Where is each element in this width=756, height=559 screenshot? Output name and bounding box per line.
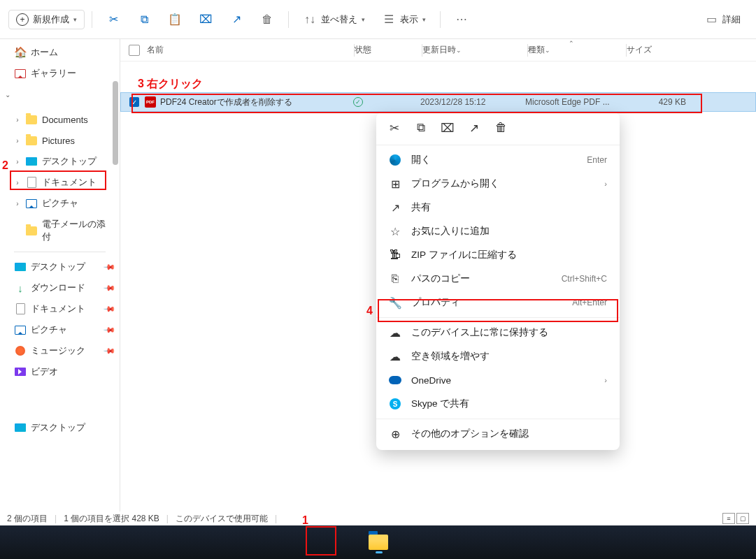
nav-desktop-pin[interactable]: デスクトップ 📌	[0, 256, 120, 277]
folder-icon	[25, 113, 38, 126]
wrench-icon: 🔧	[389, 296, 401, 309]
nav-documents[interactable]: › Documents	[0, 109, 120, 130]
chevron-right-icon[interactable]: ›	[13, 137, 22, 145]
music-icon	[14, 344, 27, 357]
folder-icon	[14, 88, 27, 101]
ctx-copy-path[interactable]: ⎘ パスのコピー Ctrl+Shift+C	[376, 267, 620, 291]
sidebar: 🏠 ホーム ギャラリー ⌄ › Documents › Pictures › デ…	[0, 39, 120, 511]
paste-icon: 📋	[168, 13, 182, 27]
nav-desktop[interactable]: › デスクトップ	[0, 151, 120, 172]
share-button[interactable]: ↗	[222, 8, 250, 31]
cloud-down-icon: ☁	[389, 326, 401, 339]
column-state[interactable]: 状態	[355, 44, 422, 56]
rename-icon[interactable]: ⌧	[441, 121, 455, 135]
copy-button[interactable]: ⧉	[130, 8, 158, 31]
chevron-right-icon[interactable]: ›	[13, 116, 22, 124]
ctx-properties[interactable]: 🔧 プロパティ Alt+Enter	[376, 291, 620, 314]
view-icon: ☰	[382, 13, 396, 27]
sort-button[interactable]: ↑↓ 並べ替え ▾	[296, 8, 372, 31]
ctx-open-with[interactable]: ⊞ プログラムから開く ›	[376, 172, 620, 196]
ctx-share[interactable]: ↗ 共有	[376, 196, 620, 219]
view-icons-button[interactable]: ▢	[736, 513, 749, 524]
path-icon: ⎘	[389, 273, 401, 285]
nav-home[interactable]: 🏠 ホーム	[0, 42, 120, 63]
details-icon: ▭	[704, 13, 718, 27]
ctx-keep-device[interactable]: ☁ このデバイス上に常に保持する	[376, 321, 620, 344]
explorer-icon	[369, 535, 388, 550]
trash-icon[interactable]: 🗑	[494, 121, 508, 135]
column-date[interactable]: 更新日時⌄	[422, 44, 527, 56]
row-checkbox[interactable]: ✓	[129, 97, 139, 107]
more-button[interactable]: ⋯	[448, 8, 476, 31]
onedrive-icon	[389, 374, 401, 386]
more-icon: ⊕	[389, 428, 401, 440]
desktop-icon	[25, 155, 38, 168]
new-button[interactable]: + 新規作成 ▾	[8, 10, 85, 29]
copy-icon[interactable]: ⧉	[414, 121, 428, 135]
column-type[interactable]: 種類⌃⌄	[528, 44, 626, 56]
details-button[interactable]: ▭ 詳細	[697, 8, 748, 31]
nav-gallery[interactable]: ギャラリー	[0, 63, 120, 84]
skype-icon: S	[389, 398, 401, 410]
toolbar: + 新規作成 ▾ ✂ ⧉ 📋 ⌧ ↗ 🗑 ↑↓ 並べ替え ▾ ☰ 表示 ▾ ⋯ …	[0, 0, 756, 39]
column-header-row: 名前 状態 更新日時⌄ 種類⌃⌄ サイズ	[120, 39, 756, 61]
view-button[interactable]: ☰ 表示 ▾	[375, 8, 433, 31]
cut-icon[interactable]: ✂	[387, 121, 401, 135]
ctx-more[interactable]: ⊕ その他のオプションを確認	[376, 422, 620, 446]
rename-icon: ⌧	[199, 13, 213, 27]
column-size[interactable]: サイズ	[627, 44, 697, 56]
select-all-checkbox[interactable]	[129, 45, 140, 56]
chevron-down-icon: ⌄	[545, 47, 550, 54]
file-state: ✓	[353, 97, 420, 107]
sort-indicator-icon: ⌃	[569, 40, 574, 47]
view-details-button[interactable]: ≡	[722, 513, 735, 524]
paste-button[interactable]: 📋	[161, 8, 189, 31]
taskbar-explorer[interactable]	[365, 529, 392, 556]
share-icon: ↗	[229, 13, 243, 27]
file-row[interactable]: ✓ PDF PDF24 Creatorで作成者を削除する ✓ 2023/12/2…	[120, 92, 756, 112]
cut-button[interactable]: ✂	[99, 8, 127, 31]
nav-home-label: ホーム	[31, 46, 58, 59]
delete-button[interactable]: 🗑	[253, 8, 281, 31]
status-available: このデバイスで使用可能	[176, 513, 268, 525]
nav-gallery-label: ギャラリー	[31, 67, 76, 80]
chevron-right-icon[interactable]: ›	[13, 158, 22, 166]
ctx-favorite[interactable]: ☆ お気に入りに追加	[376, 219, 620, 243]
nav-video-pin[interactable]: ビデオ	[0, 361, 120, 382]
video-icon	[14, 365, 27, 378]
rename-button[interactable]: ⌧	[192, 8, 220, 31]
chevron-down-icon: ▾	[362, 16, 365, 23]
nav-music-pin[interactable]: ミュージック 📌	[0, 340, 120, 361]
nav-downloads-pin[interactable]: ダウンロード 📌	[0, 277, 120, 298]
pdf-icon: PDF	[145, 96, 156, 108]
desktop-icon	[14, 421, 27, 434]
chevron-right-icon[interactable]: ›	[13, 179, 22, 187]
chevron-right-icon: ›	[604, 376, 607, 384]
share-icon[interactable]: ↗	[467, 121, 481, 135]
chevron-right-icon[interactable]: ›	[13, 200, 22, 208]
ctx-free-space[interactable]: ☁ 空き領域を増やす	[376, 344, 620, 368]
ctx-zip[interactable]: 🗜 ZIP ファイルに圧縮する	[376, 243, 620, 267]
folder-icon	[25, 134, 38, 147]
chevron-down-icon[interactable]: ⌄	[3, 91, 13, 99]
status-bar: 2 個の項目 | 1 個の項目を選択 428 KB | このデバイスで使用可能 …	[0, 511, 756, 525]
open-with-icon: ⊞	[389, 177, 401, 190]
ctx-open[interactable]: 開く Enter	[376, 148, 620, 172]
desktop-icon	[14, 261, 27, 273]
synced-icon: ✓	[353, 97, 363, 107]
zip-icon: 🗜	[389, 249, 401, 261]
sidebar-scrollbar[interactable]	[110, 39, 120, 511]
nav-desktop3[interactable]: デスクトップ	[0, 417, 120, 438]
nav-pictures-jp[interactable]: › ピクチャ	[0, 193, 120, 214]
column-name[interactable]: 名前	[147, 44, 354, 56]
nav-documents-pin[interactable]: ドキュメント 📌	[0, 298, 120, 319]
nav-blank[interactable]: ⌄	[0, 84, 120, 105]
nav-pictures[interactable]: › Pictures	[0, 130, 120, 151]
chevron-down-icon: ⌄	[456, 47, 462, 54]
ctx-onedrive[interactable]: OneDrive ›	[376, 368, 620, 392]
nav-pictures-pin[interactable]: ピクチャ 📌	[0, 319, 120, 340]
nav-email-attach[interactable]: 電子メールの添付	[0, 214, 120, 247]
ctx-skype[interactable]: S Skype で共有	[376, 392, 620, 416]
nav-documents-jp[interactable]: › ドキュメント	[0, 172, 120, 193]
status-selected: 1 個の項目を選択 428 KB	[64, 513, 159, 525]
